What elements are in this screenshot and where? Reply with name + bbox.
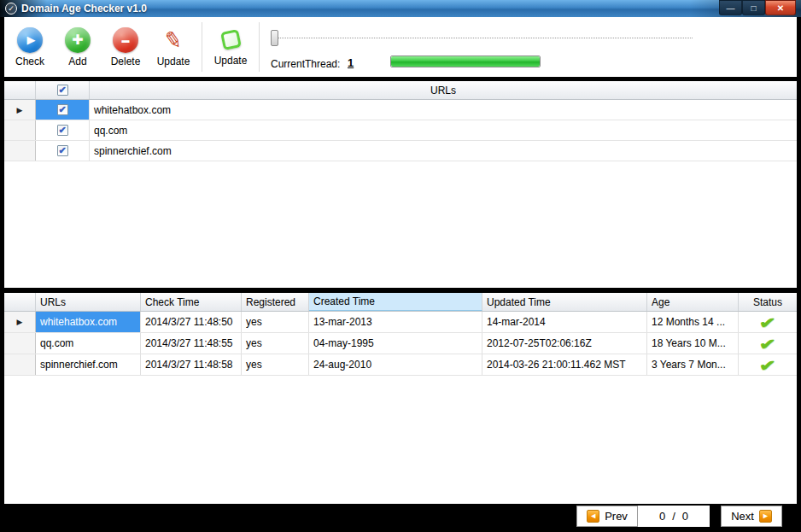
- window-title: Domain Age Checker v1.0: [21, 3, 147, 15]
- current-page: 0: [659, 510, 665, 523]
- row-selector: [4, 354, 36, 375]
- col-header-age[interactable]: Age: [647, 293, 739, 311]
- url-checkbox[interactable]: ✔: [57, 125, 68, 136]
- total-pages: 0: [682, 510, 688, 523]
- url-checkbox[interactable]: ✔: [57, 104, 68, 115]
- result-registered-cell[interactable]: yes: [242, 354, 309, 375]
- result-url-cell[interactable]: spinnerchief.com: [36, 354, 141, 375]
- minimize-button[interactable]: —: [719, 0, 742, 15]
- url-checkbox-cell[interactable]: ✔: [36, 120, 90, 140]
- result-check-time-cell[interactable]: 2014/3/27 11:48:55: [141, 333, 242, 354]
- current-thread-value: 1: [348, 56, 354, 69]
- result-url-cell[interactable]: whitehatbox.com: [36, 312, 141, 332]
- col-header-created-time[interactable]: Created Time: [309, 293, 482, 311]
- url-checkbox[interactable]: ✔: [57, 145, 68, 156]
- result-created-cell[interactable]: 24-aug-2010: [309, 354, 482, 375]
- app-icon: ✓: [5, 3, 17, 15]
- next-button[interactable]: Next ►: [721, 506, 782, 527]
- url-row[interactable]: ▶ ✔ whitehatbox.com: [4, 100, 797, 120]
- status-ok-icon: ✔: [759, 335, 776, 353]
- col-header-status[interactable]: Status: [739, 293, 797, 311]
- next-button-label: Next: [731, 510, 754, 523]
- toolbar: ▶ Check ✚ Add ▬ Delete ✎ Update Update C…: [4, 17, 797, 77]
- app-icon-glyph: ✓: [8, 4, 15, 13]
- maximize-icon: □: [751, 3, 756, 13]
- page-separator: /: [672, 510, 675, 523]
- row-selector: [4, 333, 36, 354]
- col-header-check-time[interactable]: Check Time: [141, 293, 242, 311]
- maximize-button[interactable]: □: [742, 0, 765, 15]
- col-header-registered[interactable]: Registered: [242, 293, 309, 311]
- result-status-cell[interactable]: ✔: [739, 312, 797, 332]
- plus-icon: ✚: [65, 27, 91, 53]
- update-tag-button[interactable]: Update: [207, 19, 254, 75]
- check-all-header[interactable]: ✔: [36, 81, 90, 99]
- add-button[interactable]: ✚ Add: [54, 19, 102, 75]
- col-header-updated-time[interactable]: Updated Time: [482, 293, 647, 311]
- result-created-cell[interactable]: 04-may-1995: [309, 333, 482, 354]
- close-button[interactable]: ✕: [765, 0, 796, 15]
- app-window: ✓ Domain Age Checker v1.0 — □ ✕ ▶ Check …: [0, 0, 801, 532]
- url-row[interactable]: ✔ qq.com: [4, 120, 797, 141]
- result-row[interactable]: qq.com 2014/3/27 11:48:55 yes 04-may-199…: [4, 333, 797, 354]
- url-cell[interactable]: spinnerchief.com: [90, 141, 797, 161]
- result-updated-cell[interactable]: 2014-03-26 21:00:11.462 MST: [482, 354, 647, 375]
- thread-slider-handle[interactable]: [271, 30, 278, 46]
- results-grid: URLs Check Time Registered Created Time …: [4, 293, 797, 504]
- result-check-time-cell[interactable]: 2014/3/27 11:48:58: [141, 354, 242, 375]
- result-row[interactable]: ▶ whitehatbox.com 2014/3/27 11:48:50 yes…: [4, 312, 797, 333]
- progress-bar: [390, 56, 541, 67]
- close-icon: ✕: [777, 3, 784, 13]
- result-registered-cell[interactable]: yes: [242, 333, 309, 354]
- progress-fill: [391, 56, 540, 67]
- row-selector: [4, 141, 36, 161]
- pencil-icon: ✎: [162, 26, 185, 54]
- url-list-header: ✔ URLs: [4, 81, 797, 100]
- titlebar[interactable]: ✓ Domain Age Checker v1.0 — □ ✕: [0, 0, 801, 17]
- corner-cell: [4, 293, 36, 311]
- check-button[interactable]: ▶ Check: [6, 19, 54, 75]
- result-registered-cell[interactable]: yes: [242, 312, 309, 332]
- url-cell[interactable]: whitehatbox.com: [90, 100, 797, 120]
- result-updated-cell[interactable]: 2012-07-25T02:06:16Z: [482, 333, 647, 354]
- minus-icon: ▬: [113, 27, 138, 53]
- result-age-cell[interactable]: 3 Years 7 Mon...: [647, 354, 739, 375]
- result-age-cell[interactable]: 18 Years 10 M...: [647, 333, 739, 354]
- check-all-checkbox[interactable]: ✔: [57, 85, 68, 96]
- prev-button-label: Prev: [605, 510, 628, 523]
- result-created-cell[interactable]: 13-mar-2013: [309, 312, 482, 332]
- update-tag-button-label: Update: [214, 55, 248, 67]
- status-ok-icon: ✔: [759, 313, 776, 331]
- prev-arrow-icon: ◄: [587, 510, 599, 523]
- result-status-cell[interactable]: ✔: [739, 354, 797, 375]
- prev-button[interactable]: ◄ Prev: [576, 506, 638, 527]
- result-age-cell[interactable]: 12 Months 14 ...: [647, 312, 739, 332]
- url-checkbox-cell[interactable]: ✔: [36, 100, 90, 120]
- result-url-cell[interactable]: qq.com: [36, 333, 141, 354]
- result-check-time-cell[interactable]: 2014/3/27 11:48:50: [141, 312, 242, 332]
- toolbar-right: CurrentThread: 1: [264, 19, 795, 75]
- row-selector: ▶: [4, 312, 36, 332]
- result-updated-cell[interactable]: 14-mar-2014: [482, 312, 647, 332]
- result-row[interactable]: spinnerchief.com 2014/3/27 11:48:58 yes …: [4, 354, 797, 376]
- play-icon: ▶: [17, 27, 43, 53]
- result-status-cell[interactable]: ✔: [739, 333, 797, 354]
- col-header-urls[interactable]: URLs: [36, 293, 141, 311]
- url-cell[interactable]: qq.com: [90, 120, 797, 140]
- tag-icon: [220, 29, 242, 50]
- delete-button-label: Delete: [111, 56, 141, 67]
- url-checkbox-cell[interactable]: ✔: [36, 141, 90, 161]
- row-selector: [4, 120, 36, 140]
- delete-button[interactable]: ▬ Delete: [102, 19, 149, 75]
- add-button-label: Add: [68, 56, 86, 67]
- thread-slider-track[interactable]: [272, 38, 693, 38]
- url-row[interactable]: ✔ spinnerchief.com: [4, 141, 797, 161]
- selected-row-arrow-icon: ▶: [17, 106, 23, 114]
- status-ok-icon: ✔: [759, 356, 776, 374]
- urls-column-header[interactable]: URLs: [90, 81, 797, 99]
- update-button[interactable]: ✎ Update: [149, 19, 197, 75]
- corner-cell: [4, 81, 36, 99]
- pagination-bar: ◄ Prev 0 / 0 Next ►: [0, 504, 801, 532]
- row-selector: ▶: [4, 100, 36, 120]
- page-counter: 0 / 0: [638, 506, 710, 527]
